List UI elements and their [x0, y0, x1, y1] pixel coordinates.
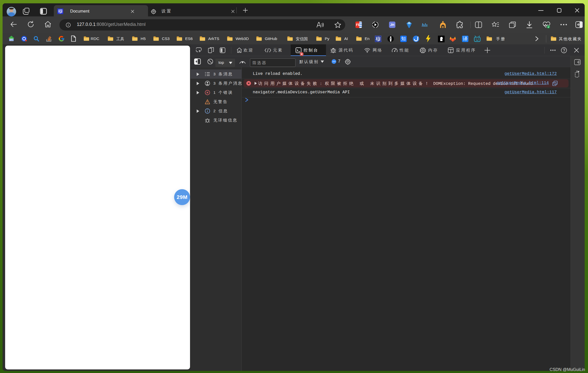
svg-text:2345: 2345 — [9, 39, 14, 41]
